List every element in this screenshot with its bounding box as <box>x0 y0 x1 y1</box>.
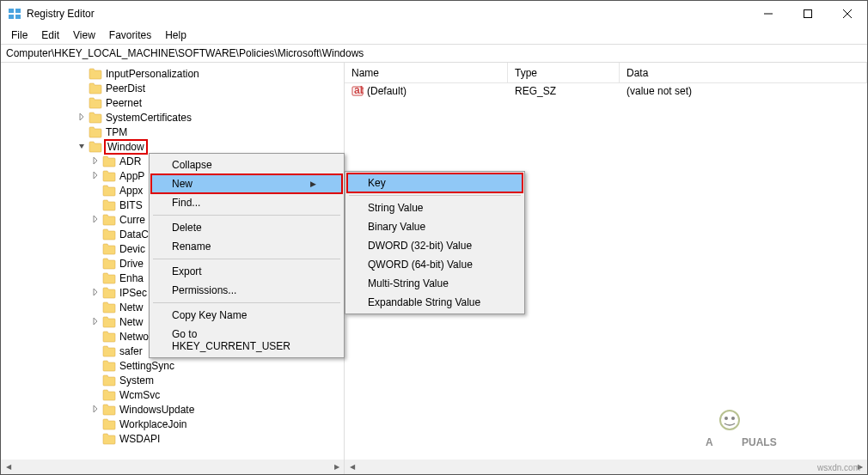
tree-item-wsdapi[interactable]: WSDAPI <box>1 431 344 446</box>
expander-icon[interactable] <box>76 143 87 151</box>
submenu-expandablestringvalue[interactable]: Expandable String Value <box>347 293 523 312</box>
scroll-left-button[interactable]: ◀ <box>1 460 15 474</box>
menu-favorites[interactable]: Favorites <box>102 27 158 43</box>
address-bar[interactable] <box>1 44 867 63</box>
address-input[interactable] <box>6 47 862 59</box>
value-type: REG_SZ <box>508 85 620 97</box>
folder-icon <box>102 155 116 167</box>
column-header-name[interactable]: Name <box>345 63 508 82</box>
folder-icon <box>102 301 116 314</box>
scroll-track[interactable] <box>359 460 853 474</box>
tree-item-workplacejoin[interactable]: WorkplaceJoin <box>1 417 344 431</box>
tree-item-window[interactable]: Window <box>1 139 344 154</box>
column-header-data[interactable]: Data <box>620 63 867 82</box>
submenu-binaryvalue[interactable]: Binary Value <box>347 217 523 236</box>
menu-label: Collapse <box>172 159 212 171</box>
window-controls <box>749 1 867 27</box>
tree-item-tpm[interactable]: TPM <box>1 125 344 139</box>
tree-label: AppP <box>119 170 144 182</box>
folder-icon <box>89 126 102 138</box>
context-menu-new[interactable]: New▶ <box>151 174 342 193</box>
tree-item-systemcertificates[interactable]: SystemCertificates <box>1 110 344 125</box>
tree-label: System <box>119 375 154 387</box>
tree-label: SystemCertificates <box>106 112 192 124</box>
menu-separator <box>153 259 340 259</box>
expander-icon[interactable] <box>90 216 101 224</box>
folder-icon <box>102 360 116 372</box>
folder-icon <box>89 112 102 124</box>
string-value-icon: ab <box>351 85 364 97</box>
expander-icon[interactable] <box>90 172 101 180</box>
minimize-button[interactable] <box>749 1 788 27</box>
menu-help[interactable]: Help <box>158 27 193 43</box>
menu-edit[interactable]: Edit <box>34 27 66 43</box>
menubar: File Edit View Favorites Help <box>1 27 867 44</box>
tree-label: WindowsUpdate <box>119 404 194 416</box>
tree-label: BITS <box>119 199 143 211</box>
tree-item-peernet[interactable]: Peernet <box>1 95 344 110</box>
menu-label: Expandable String Value <box>368 296 480 308</box>
tree-label: PeerDist <box>106 82 145 94</box>
expander-icon[interactable] <box>90 405 101 414</box>
tree-label: Appx <box>119 185 143 197</box>
tree-label: InputPersonalization <box>106 68 199 80</box>
tree-item-system[interactable]: System <box>1 373 344 387</box>
folder-icon <box>102 404 116 416</box>
folder-icon <box>102 389 116 401</box>
submenu-qword64bitvalue[interactable]: QWORD (64-bit) Value <box>347 255 523 274</box>
tree-scrollbar-horizontal[interactable]: ◀ ▶ <box>1 460 344 474</box>
maximize-button[interactable] <box>788 1 828 27</box>
context-menu-gotohkeycurrentuser[interactable]: Go to HKEY_CURRENT_USER <box>151 325 342 356</box>
folder-icon <box>102 228 116 241</box>
column-header-type[interactable]: Type <box>508 63 620 82</box>
context-menu-collapse[interactable]: Collapse <box>151 155 342 174</box>
tree-item-inputpersonalization[interactable]: InputPersonalization <box>1 66 344 81</box>
tree-item-windowsupdate[interactable]: WindowsUpdate <box>1 402 344 417</box>
context-menu-find[interactable]: Find... <box>151 193 342 212</box>
context-menu-rename[interactable]: Rename <box>151 237 342 256</box>
list-header: Name Type Data <box>345 63 867 83</box>
folder-icon <box>89 82 102 94</box>
scroll-left-button[interactable]: ◀ <box>345 460 359 474</box>
tree-label: Netw <box>119 316 143 328</box>
scroll-right-button[interactable]: ▶ <box>329 460 344 474</box>
close-button[interactable] <box>828 1 867 27</box>
submenu-stringvalue[interactable]: String Value <box>347 198 523 217</box>
svg-rect-1 <box>15 9 21 13</box>
menu-label: String Value <box>368 202 423 214</box>
context-menu-delete[interactable]: Delete <box>151 218 342 237</box>
context-menu-copykeyname[interactable]: Copy Key Name <box>151 306 342 325</box>
svg-rect-0 <box>9 9 14 13</box>
context-menu: CollapseNew▶Find...DeleteRenameExportPer… <box>149 153 345 358</box>
list-scrollbar-horizontal[interactable]: ◀ ▶ <box>345 460 867 474</box>
tree-item-settingsync[interactable]: SettingSync <box>1 358 344 373</box>
submenu-multistringvalue[interactable]: Multi-String Value <box>347 274 523 293</box>
expander-icon[interactable] <box>90 318 101 326</box>
folder-icon <box>102 433 116 445</box>
tree-label: Window <box>104 139 148 155</box>
scroll-track[interactable] <box>15 460 329 474</box>
submenu-new: KeyString ValueBinary ValueDWORD (32-bit… <box>345 171 525 314</box>
tree-item-wcmsvc[interactable]: WcmSvc <box>1 387 344 402</box>
expander-icon[interactable] <box>90 289 101 297</box>
tree-label: ADR <box>119 155 141 167</box>
svg-rect-5 <box>804 10 812 18</box>
folder-icon <box>102 214 116 226</box>
scroll-right-button[interactable]: ▶ <box>853 460 867 474</box>
window-title: Registry Editor <box>27 8 749 20</box>
submenu-key[interactable]: Key <box>347 174 523 192</box>
tree-label: Curre <box>119 214 145 226</box>
tree-label: Devic <box>119 243 145 255</box>
tree-item-peerdist[interactable]: PeerDist <box>1 81 344 95</box>
menu-separator <box>349 195 521 196</box>
list-row[interactable]: ab (Default) REG_SZ (value not set) <box>345 83 867 99</box>
submenu-dword32bitvalue[interactable]: DWORD (32-bit) Value <box>347 236 523 255</box>
context-menu-export[interactable]: Export <box>151 262 342 281</box>
menu-view[interactable]: View <box>66 27 102 43</box>
titlebar: Registry Editor <box>1 1 867 27</box>
menu-file[interactable]: File <box>4 27 34 43</box>
folder-icon <box>102 243 116 255</box>
context-menu-permissions[interactable]: Permissions... <box>151 281 342 300</box>
expander-icon[interactable] <box>76 113 87 122</box>
expander-icon[interactable] <box>90 157 101 166</box>
